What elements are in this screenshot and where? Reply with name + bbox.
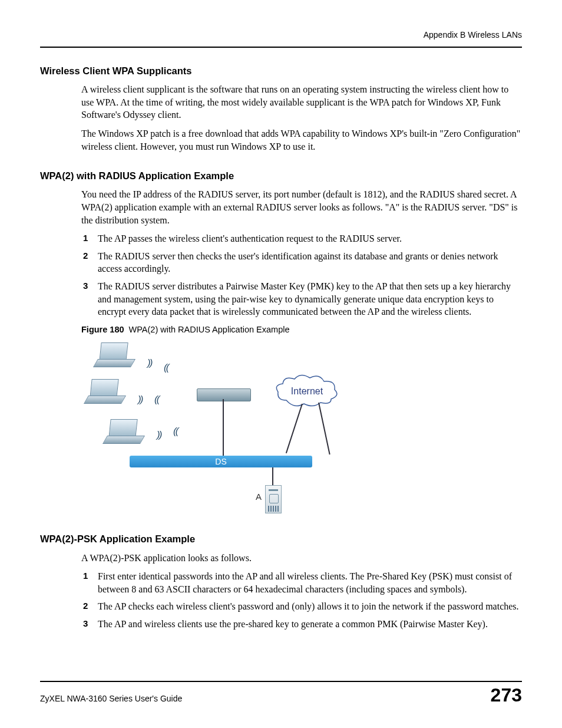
list-number: 1 xyxy=(83,570,88,582)
list-item-text: First enter identical passwords into the… xyxy=(98,571,512,594)
list-item: 2The AP checks each wireless client's pa… xyxy=(81,600,522,613)
wifi-waves-icon: (( xyxy=(164,361,168,375)
connector-line xyxy=(272,467,273,487)
wifi-waves-icon: (( xyxy=(154,393,158,407)
running-header: Appendix B Wireless LANs xyxy=(40,29,522,48)
connector-line xyxy=(223,399,224,456)
heading-wpa2-radius-example: WPA(2) with RADIUS Application Example xyxy=(40,169,522,182)
heading-wpa2-psk-example: WPA(2)-PSK Application Example xyxy=(40,532,522,545)
radius-server-label: A xyxy=(256,491,262,503)
list-item: 3The RADIUS server distributes a Pairwis… xyxy=(81,280,522,318)
heading-wpa-supplicants: Wireless Client WPA Supplicants xyxy=(40,64,522,77)
list-item-text: The AP checks each wireless client's pas… xyxy=(98,601,519,611)
list-number: 1 xyxy=(83,232,88,244)
body-text: The Windows XP patch is a free download … xyxy=(81,127,522,153)
body-text: You need the IP address of the RADIUS se… xyxy=(81,188,522,226)
ordered-list: 1First enter identical passwords into th… xyxy=(81,570,522,630)
list-number: 2 xyxy=(83,250,88,262)
wifi-waves-icon: )) xyxy=(147,357,151,370)
laptop-icon xyxy=(86,379,126,405)
connector-line xyxy=(286,404,303,453)
figure-diagram-wpa2-radius: )) (( )) (( )) (( Internet DS A xyxy=(81,339,335,516)
router-icon xyxy=(197,388,251,401)
list-number: 3 xyxy=(83,618,88,630)
list-item-text: The RADIUS server distributes a Pairwise… xyxy=(98,281,511,317)
laptop-icon xyxy=(105,419,145,445)
list-number: 3 xyxy=(83,280,88,292)
list-item: 3The AP and wireless clients use the pre… xyxy=(81,618,522,631)
wifi-waves-icon: (( xyxy=(173,425,177,439)
page-footer: ZyXEL NWA-3160 Series User's Guide 273 xyxy=(40,681,522,704)
list-item-text: The AP passes the wireless client's auth… xyxy=(98,233,402,243)
wifi-waves-icon: )) xyxy=(157,429,161,442)
figure-caption: Figure 180 WPA(2) with RADIUS Applicatio… xyxy=(81,324,522,336)
wifi-waves-icon: )) xyxy=(138,393,142,407)
internet-label: Internet xyxy=(276,385,338,398)
ordered-list: 1The AP passes the wireless client's aut… xyxy=(81,232,522,318)
list-item: 2The RADIUS server then checks the user'… xyxy=(81,250,522,275)
figure-label: Figure 180 xyxy=(81,325,124,334)
server-icon xyxy=(265,485,282,513)
connector-line xyxy=(318,403,330,454)
body-text: A WPA(2)-PSK application looks as follow… xyxy=(81,552,522,565)
footer-book-title: ZyXEL NWA-3160 Series User's Guide xyxy=(40,693,182,704)
list-number: 2 xyxy=(83,600,88,612)
list-item-text: The RADIUS server then checks the user's… xyxy=(98,251,498,274)
list-item: 1The AP passes the wireless client's aut… xyxy=(81,232,522,245)
laptop-icon xyxy=(95,342,135,368)
list-item: 1First enter identical passwords into th… xyxy=(81,570,522,595)
figure-caption-text: WPA(2) with RADIUS Application Example xyxy=(129,325,290,334)
distribution-system-bar: DS xyxy=(130,456,312,467)
list-item-text: The AP and wireless clients use the pre-… xyxy=(98,619,488,629)
body-text: A wireless client supplicant is the soft… xyxy=(81,83,522,121)
page-number: 273 xyxy=(491,686,522,704)
